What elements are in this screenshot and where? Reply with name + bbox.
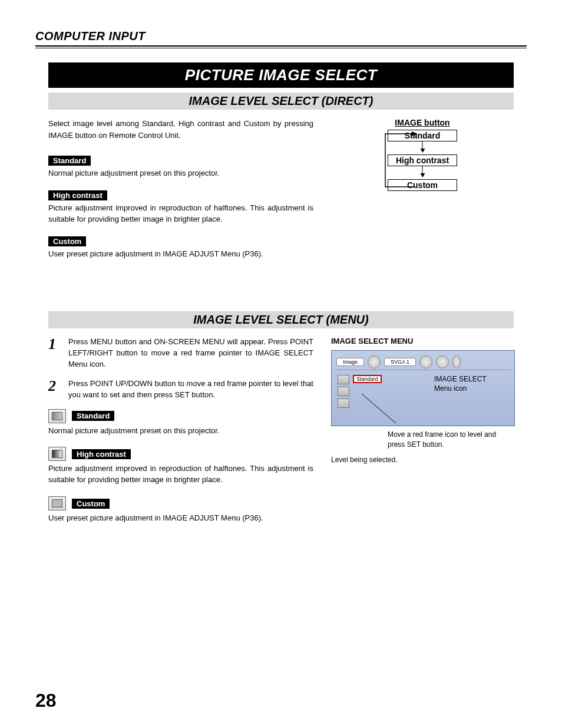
- step-2-text: Press POINT UP/DOWN button to move a red…: [68, 378, 313, 401]
- menu-tab-svga: SVGA 1: [384, 358, 416, 366]
- menu-label-standard: Standard: [72, 411, 114, 421]
- page-title: PICTURE IMAGE SELECT: [48, 62, 514, 88]
- section-header: COMPUTER INPUT: [35, 29, 527, 45]
- callout-level-selected: Level being selected.: [331, 455, 515, 465]
- direct-intro: Select image level among Standard, High …: [48, 118, 313, 141]
- menu-desc-standard: Normal picture adjustment preset on this…: [48, 426, 313, 437]
- standard-icon: [48, 409, 66, 423]
- menu-tab-image: Image: [336, 358, 364, 366]
- high-contrast-icon: [48, 447, 66, 461]
- menu-icon: [452, 355, 461, 368]
- callout-move-red-frame: Move a red frame icon to level and press…: [388, 430, 511, 449]
- label-high-contrast: High contrast: [48, 190, 107, 200]
- subtitle-menu: IMAGE LEVEL SELECT (MENU): [48, 311, 514, 328]
- subtitle-direct: IMAGE LEVEL SELECT (DIRECT): [48, 93, 514, 110]
- menu-icon: [436, 355, 449, 368]
- menu-mini-icon: [338, 398, 349, 408]
- arrow-down-icon: [422, 166, 423, 174]
- callout-line: [362, 394, 450, 429]
- arrow-down-icon: [422, 141, 423, 150]
- menu-desc-high-contrast: Picture adjustment improved in reproduct…: [48, 463, 313, 486]
- desc-custom: User preset picture adjustment in IMAGE …: [48, 249, 313, 260]
- step-1-text: Press MENU button and ON-SCREEN MENU wil…: [68, 337, 313, 370]
- desc-high-contrast: Picture adjustment improved in reproduct…: [48, 203, 313, 225]
- label-custom: Custom: [48, 236, 86, 246]
- loop-arrow-icon: [379, 127, 421, 193]
- menu-desc-custom: User preset picture adjustment in IMAGE …: [48, 513, 313, 524]
- annotation-image-select-icon: IMAGE SELECT Menu icon: [434, 375, 505, 393]
- custom-icon: [48, 496, 66, 510]
- menu-mini-icon: [338, 375, 349, 384]
- label-standard: Standard: [48, 156, 91, 166]
- menu-label-high-contrast: High contrast: [72, 449, 131, 459]
- step-number-2: 2: [48, 378, 60, 401]
- menu-selected-level: Standard: [353, 375, 382, 383]
- menu-mini-icon: [338, 387, 349, 396]
- menu-icon: [419, 355, 432, 368]
- diagram-title: IMAGE button: [369, 118, 475, 127]
- menu-icon: [368, 355, 381, 368]
- image-select-menu-heading: IMAGE SELECT MENU: [331, 337, 515, 345]
- menu-label-custom: Custom: [72, 499, 110, 509]
- svg-line-0: [362, 394, 396, 423]
- header-rule: [35, 45, 527, 48]
- desc-standard: Normal picture adjustment preset on this…: [48, 168, 313, 179]
- page-number: 28: [35, 690, 57, 711]
- menu-screenshot: Image SVGA 1 Standard IMAGE SELECT Menu …: [331, 350, 515, 426]
- step-number-1: 1: [48, 337, 60, 370]
